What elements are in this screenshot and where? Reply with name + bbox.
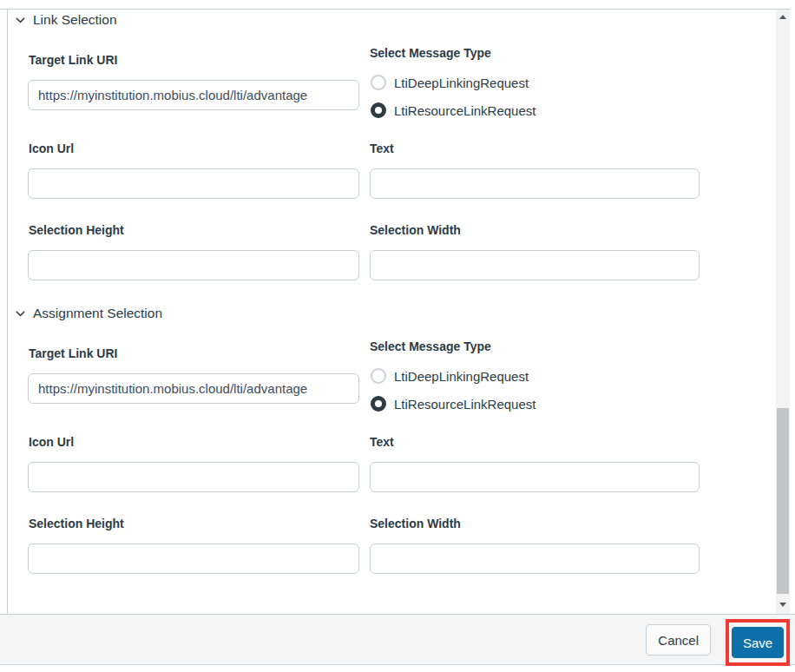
radio-option-lti-deep-linking-request[interactable]: LtiDeepLinkingRequest — [371, 74, 529, 91]
panel-top-border — [0, 9, 790, 10]
icon-url-input[interactable] — [28, 462, 359, 492]
cancel-button[interactable]: Cancel — [646, 624, 711, 656]
target-link-uri-label: Target Link URI — [29, 53, 117, 67]
icon-url-input[interactable] — [28, 168, 359, 199]
radio-option-lti-resource-link-request[interactable]: LtiResourceLinkRequest — [371, 102, 535, 119]
selection-width-input[interactable] — [370, 250, 700, 280]
scrollbar[interactable] — [776, 10, 790, 614]
radio-button-icon[interactable] — [371, 102, 386, 118]
scroll-down-arrow-icon[interactable] — [776, 598, 790, 610]
icon-url-label: Icon Url — [29, 142, 74, 155]
target-link-uri-input[interactable] — [28, 80, 359, 110]
section-title: Link Selection — [33, 12, 117, 28]
section-link-selection-toggle[interactable]: Link Selection — [14, 12, 117, 28]
icon-url-label: Icon Url — [29, 435, 74, 449]
scrollbar-thumb[interactable] — [777, 408, 789, 594]
selection-width-label: Selection Width — [370, 223, 461, 237]
text-label: Text — [370, 435, 394, 449]
select-message-type-label: Select Message Type — [370, 46, 491, 60]
radio-option-lti-resource-link-request[interactable]: LtiResourceLinkRequest — [371, 395, 535, 412]
section-title: Assignment Selection — [33, 306, 162, 321]
text-input[interactable] — [370, 462, 700, 492]
text-input[interactable] — [370, 168, 700, 199]
selection-height-input[interactable] — [28, 250, 359, 280]
scroll-up-arrow-icon[interactable] — [776, 10, 790, 23]
section-link-selection: Link Selection Target Link URI Select Me… — [0, 12, 772, 283]
radio-button-icon[interactable] — [371, 75, 386, 90]
selection-height-label: Selection Height — [29, 223, 124, 237]
radio-option-label: LtiDeepLinkingRequest — [394, 76, 529, 90]
section-assignment-selection: Assignment Selection Target Link URI Sel… — [0, 306, 772, 576]
target-link-uri-input[interactable] — [28, 373, 359, 404]
selection-width-input[interactable] — [370, 544, 700, 574]
red-annotation-highlight: Save — [726, 619, 790, 666]
text-label: Text — [370, 142, 394, 155]
radio-button-icon[interactable] — [371, 396, 386, 412]
chevron-down-icon — [14, 307, 27, 320]
modal-footer: Cancel Save — [0, 614, 795, 665]
radio-option-label: LtiResourceLinkRequest — [394, 397, 535, 412]
target-link-uri-label: Target Link URI — [29, 346, 117, 360]
radio-button-icon[interactable] — [371, 368, 386, 384]
radio-option-lti-deep-linking-request[interactable]: LtiDeepLinkingRequest — [371, 367, 529, 385]
selection-width-label: Selection Width — [370, 517, 461, 530]
chevron-down-icon — [14, 14, 27, 27]
selection-height-input[interactable] — [28, 544, 359, 574]
section-assignment-selection-toggle[interactable]: Assignment Selection — [14, 306, 162, 321]
radio-option-label: LtiDeepLinkingRequest — [394, 369, 529, 384]
selection-height-label: Selection Height — [29, 517, 124, 530]
save-button[interactable]: Save — [732, 627, 784, 658]
lti-settings-modal: Link Selection Target Link URI Select Me… — [0, 0, 795, 672]
select-message-type-label: Select Message Type — [370, 339, 491, 353]
radio-option-label: LtiResourceLinkRequest — [394, 103, 535, 118]
